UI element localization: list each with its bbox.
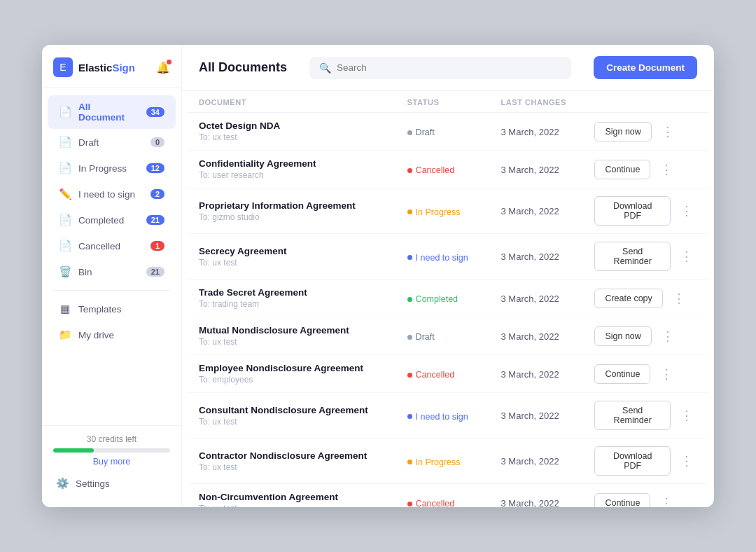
search-icon: 🔍	[319, 62, 331, 74]
more-options-button[interactable]: ⋮	[656, 159, 677, 180]
status-badge: Cancelled	[407, 370, 455, 380]
more-options-button[interactable]: ⋮	[657, 326, 678, 347]
sidebar-item-my-drive[interactable]: 📁 My drive	[48, 322, 176, 347]
nav-badge-in-progress: 12	[146, 163, 164, 173]
table-row: Contractor Nondisclosure Agreement To: u…	[188, 439, 708, 484]
doc-to: To: ux test	[199, 132, 385, 142]
status-badge: In Progress	[407, 457, 461, 467]
last-changes-date: 3 March, 2022	[501, 498, 559, 508]
status-dot	[407, 209, 412, 214]
action-button[interactable]: Send Reminder	[594, 401, 671, 430]
doc-name: Employee Nondisclosure Agreement	[199, 363, 385, 373]
more-options-button[interactable]: ⋮	[656, 364, 677, 385]
logo-accent: Sign	[112, 62, 135, 74]
nav-icon-templates: ▦	[59, 303, 71, 315]
action-button[interactable]: Download PDF	[594, 446, 671, 476]
create-document-button[interactable]: Create Document	[594, 56, 697, 79]
doc-to: To: ux test	[199, 462, 385, 472]
col-header-document: DOCUMENT	[188, 91, 396, 113]
sidebar-item-all-document[interactable]: 📄 All Document 34	[48, 95, 176, 129]
doc-to: To: ux test	[199, 258, 385, 268]
status-badge: Draft	[407, 332, 435, 342]
more-options-button[interactable]: ⋮	[676, 200, 697, 221]
settings-label: Settings	[76, 478, 110, 489]
actions-cell: Continue ⋮	[594, 159, 697, 180]
nav-badge-bin: 21	[146, 267, 164, 277]
nav-badge-draft: 0	[150, 137, 164, 147]
status-badge: I need to sign	[407, 412, 468, 422]
sidebar-item-completed[interactable]: 📄 Completed 21	[48, 207, 176, 233]
logo-text: ElasticSign	[78, 62, 135, 74]
doc-name: Consultant Nondisclosure Agreement	[199, 405, 385, 415]
page-title: All Documents	[199, 60, 287, 75]
nav-label-draft: Draft	[78, 137, 144, 148]
nav-badge-completed: 21	[146, 215, 164, 225]
table-row: Mutual Nondisclosure Agreement To: ux te…	[188, 317, 708, 355]
nav-label-my-drive: My drive	[78, 330, 164, 340]
doc-to: To: ux test	[199, 504, 385, 507]
actions-cell: Sign now ⋮	[594, 121, 697, 142]
status-dot	[407, 373, 412, 378]
actions-cell: Sign now ⋮	[594, 326, 697, 347]
action-button[interactable]: Continue	[594, 493, 650, 508]
table-row: Confidentiality Agreement To: user resea…	[188, 151, 708, 188]
actions-cell: Create copy ⋮	[594, 288, 697, 309]
nav-label-bin: Bin	[78, 267, 139, 277]
table-row: Trade Secret Agreement To: trading team …	[188, 280, 708, 317]
sidebar-item-cancelled[interactable]: 📄 Cancelled 1	[48, 233, 176, 258]
more-options-button[interactable]: ⋮	[676, 405, 697, 426]
action-button[interactable]: Create copy	[594, 289, 662, 308]
more-options-button[interactable]: ⋮	[657, 121, 678, 142]
col-header-actions	[583, 91, 708, 113]
action-button[interactable]: Continue	[594, 160, 650, 179]
search-bar: 🔍	[309, 57, 571, 79]
buy-more-link[interactable]: Buy more	[53, 457, 170, 467]
nav-label-templates: Templates	[78, 304, 164, 315]
documents-table-container: DOCUMENT STATUS LAST CHANGES Octet Desig…	[182, 91, 714, 507]
status-badge: Draft	[407, 127, 435, 137]
credits-bar-fill	[53, 448, 94, 453]
sidebar-item-in-progress[interactable]: 📄 In Progress 12	[48, 156, 176, 181]
nav-icon-cancelled: 📄	[59, 240, 71, 252]
more-options-button[interactable]: ⋮	[656, 492, 677, 508]
sidebar-item-bin[interactable]: 🗑️ Bin 21	[48, 259, 176, 284]
doc-name: Octet Design NDA	[199, 120, 385, 131]
actions-cell: Download PDF ⋮	[594, 446, 697, 476]
last-changes-date: 3 March, 2022	[501, 410, 559, 421]
sidebar-item-templates[interactable]: ▦ Templates	[48, 296, 176, 322]
settings-item[interactable]: ⚙️ Settings	[53, 471, 170, 496]
status-badge: In Progress	[407, 207, 461, 217]
nav-label-in-progress: In Progress	[78, 163, 139, 174]
nav-icon-my-drive: 📁	[59, 329, 71, 341]
action-button[interactable]: Sign now	[594, 122, 651, 142]
status-dot	[407, 335, 412, 340]
search-input[interactable]	[337, 62, 561, 73]
doc-name: Secrecy Agreement	[199, 246, 385, 256]
status-dot	[407, 297, 412, 302]
nav-label-all-document: All Document	[78, 102, 139, 123]
sidebar-bottom: 30 credits left Buy more ⚙️ Settings	[42, 425, 181, 507]
action-button[interactable]: Download PDF	[594, 196, 671, 226]
more-options-button[interactable]: ⋮	[668, 288, 690, 309]
logo-area: E ElasticSign 🔔	[42, 45, 181, 88]
action-button[interactable]: Sign now	[594, 326, 651, 346]
col-header-last-changes: LAST CHANGES	[490, 91, 584, 113]
table-row: Consultant Nondisclosure Agreement To: u…	[188, 393, 708, 439]
nav-label-i-need-to-sign: I need to sign	[78, 189, 144, 200]
status-dot	[407, 460, 412, 464]
notification-bell[interactable]: 🔔	[156, 61, 170, 74]
nav-label-completed: Completed	[78, 215, 139, 226]
nav-icon-i-need-to-sign: ✏️	[59, 188, 71, 200]
action-button[interactable]: Send Reminder	[594, 242, 671, 271]
more-options-button[interactable]: ⋮	[676, 246, 697, 267]
table-row: Proprietary Information Agreement To: gi…	[188, 188, 708, 234]
credits-label: 30 credits left	[53, 434, 170, 444]
sidebar-item-draft[interactable]: 📄 Draft 0	[48, 130, 176, 155]
sidebar-item-i-need-to-sign[interactable]: ✏️ I need to sign 2	[48, 181, 176, 207]
status-badge: Cancelled	[407, 499, 455, 507]
nav-icon-in-progress: 📄	[59, 162, 71, 174]
action-button[interactable]: Continue	[594, 364, 650, 384]
more-options-button[interactable]: ⋮	[676, 450, 697, 471]
notification-dot	[167, 60, 172, 64]
status-dot	[407, 502, 412, 506]
